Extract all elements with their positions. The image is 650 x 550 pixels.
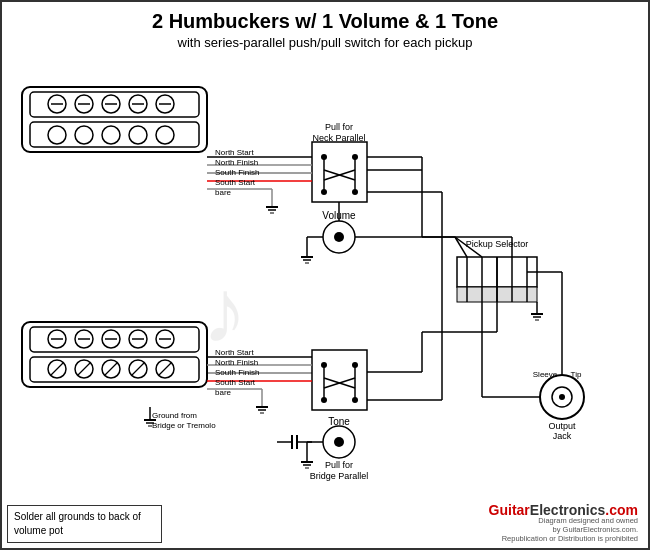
svg-point-14 bbox=[75, 126, 93, 144]
svg-text:Pull for: Pull for bbox=[325, 122, 353, 132]
svg-text:South Finish: South Finish bbox=[215, 168, 259, 177]
svg-text:♪: ♪ bbox=[202, 261, 247, 361]
wiring-diagram: Volume Pull for Neck Parallel Tone bbox=[2, 62, 650, 492]
svg-point-61 bbox=[352, 362, 358, 368]
svg-text:North Finish: North Finish bbox=[215, 158, 258, 167]
svg-text:North Start: North Start bbox=[215, 148, 254, 157]
svg-rect-41 bbox=[312, 142, 367, 202]
svg-text:bare: bare bbox=[215, 188, 232, 197]
main-container: 2 Humbuckers w/ 1 Volume & 1 Tone with s… bbox=[0, 0, 650, 550]
solder-note-text: Solder all grounds to back of volume pot bbox=[14, 511, 141, 536]
svg-point-47 bbox=[352, 154, 358, 160]
svg-text:South Finish: South Finish bbox=[215, 368, 259, 377]
svg-point-13 bbox=[48, 126, 66, 144]
svg-point-62 bbox=[321, 397, 327, 403]
svg-point-49 bbox=[352, 189, 358, 195]
svg-text:Bridge or Tremolo: Bridge or Tremolo bbox=[152, 421, 216, 430]
svg-text:South Start: South Start bbox=[215, 378, 256, 387]
copyright-line3: Republication or Distribution is prohibi… bbox=[502, 534, 638, 543]
svg-point-63 bbox=[352, 397, 358, 403]
svg-point-16 bbox=[129, 126, 147, 144]
svg-text:Pickup Selector: Pickup Selector bbox=[466, 239, 529, 249]
svg-text:Pull for: Pull for bbox=[325, 460, 353, 470]
svg-point-66 bbox=[334, 437, 344, 447]
solder-note-box: Solder all grounds to back of volume pot bbox=[7, 505, 162, 543]
svg-point-52 bbox=[334, 232, 344, 242]
svg-point-48 bbox=[321, 189, 327, 195]
svg-text:Output: Output bbox=[548, 421, 576, 431]
copyright-line1: Diagram designed and owned bbox=[502, 516, 638, 525]
svg-text:Bridge Parallel: Bridge Parallel bbox=[310, 471, 369, 481]
sub-title: with series-parallel push/pull switch fo… bbox=[2, 35, 648, 50]
copyright-line2: by GuitarElectronics.com. bbox=[502, 525, 638, 534]
svg-point-17 bbox=[156, 126, 174, 144]
svg-point-87 bbox=[559, 394, 565, 400]
svg-text:Sleeve: Sleeve bbox=[533, 370, 558, 379]
title-area: 2 Humbuckers w/ 1 Volume & 1 Tone with s… bbox=[2, 2, 648, 50]
svg-point-60 bbox=[321, 362, 327, 368]
svg-text:South Start: South Start bbox=[215, 178, 256, 187]
svg-point-46 bbox=[321, 154, 327, 160]
main-title: 2 Humbuckers w/ 1 Volume & 1 Tone bbox=[2, 10, 648, 33]
svg-text:Neck Parallel: Neck Parallel bbox=[312, 133, 365, 143]
svg-point-15 bbox=[102, 126, 120, 144]
copyright-area: Diagram designed and owned by GuitarElec… bbox=[502, 516, 638, 543]
diagram-area: Volume Pull for Neck Parallel Tone bbox=[2, 62, 650, 492]
svg-rect-55 bbox=[312, 350, 367, 410]
svg-text:bare: bare bbox=[215, 388, 232, 397]
svg-text:Ground from: Ground from bbox=[152, 411, 197, 420]
svg-text:Tip: Tip bbox=[571, 370, 582, 379]
svg-text:Jack: Jack bbox=[553, 431, 572, 441]
